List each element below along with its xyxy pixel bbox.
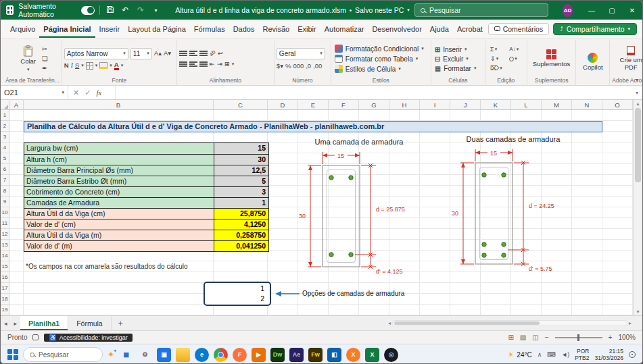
- cell-J19[interactable]: [450, 305, 481, 315]
- chevron-down-icon[interactable]: ▾: [407, 7, 410, 13]
- increase-decimal-icon[interactable]: ,0: [306, 62, 311, 70]
- cell-A11[interactable]: [9, 218, 24, 229]
- bold-button[interactable]: N: [64, 61, 69, 70]
- sheet-title-banner[interactable]: Planilha de Cálculo da Altura Útil d e d…: [24, 121, 602, 132]
- percent-format-icon[interactable]: %: [285, 62, 291, 70]
- row-header-16[interactable]: 16: [1, 272, 9, 283]
- cell-L19[interactable]: [511, 305, 542, 315]
- cell-M18[interactable]: [542, 294, 572, 305]
- save-status[interactable]: Salvo neste PC: [355, 6, 404, 14]
- scroll-left-icon[interactable]: ◂: [388, 320, 391, 326]
- save-icon[interactable]: [105, 5, 116, 16]
- row-header-14[interactable]: 14: [1, 251, 9, 261]
- cell-A18[interactable]: [9, 294, 24, 305]
- cell-O11[interactable]: [602, 218, 633, 229]
- result-label[interactable]: Altura Útil d da Viga (m): [24, 230, 214, 240]
- scrollbar-thumb[interactable]: [635, 108, 641, 182]
- cell-A13[interactable]: [9, 240, 24, 251]
- number-format-combo[interactable]: Geral▾: [277, 48, 325, 59]
- table-row[interactable]: Valor de d' (m)0,041250: [24, 240, 268, 251]
- column-header-E[interactable]: E: [298, 100, 329, 109]
- table-row[interactable]: Altura Útil d da Viga (m)0,258750: [24, 230, 268, 240]
- row-header-12[interactable]: 12: [1, 229, 9, 240]
- row-header-4[interactable]: 4: [1, 142, 9, 153]
- after-effects-icon[interactable]: Ae: [289, 348, 304, 362]
- param-label[interactable]: Diâmetro Barra Estribo Øt (mm): [24, 176, 214, 186]
- format-as-table-button[interactable]: Formatar como Tabela▾: [333, 54, 429, 63]
- ribbon-tab-dados[interactable]: Dados: [229, 20, 259, 38]
- table-row[interactable]: Diâmetro Barra Principal Øs (mm)12,5: [24, 165, 268, 176]
- new-sheet-button[interactable]: +: [112, 319, 130, 328]
- cell-I17[interactable]: [420, 283, 450, 294]
- result-value[interactable]: 0,258750: [214, 230, 268, 240]
- format-painter-icon[interactable]: ✒: [42, 64, 48, 72]
- weather-widget[interactable]: ☀ 24°C: [507, 350, 531, 359]
- cell-L18[interactable]: [511, 294, 542, 305]
- cell-E19[interactable]: [298, 305, 329, 315]
- zoom-slider[interactable]: [555, 337, 602, 338]
- clock[interactable]: 21:15 31/03/2026: [594, 348, 623, 361]
- cell-K17[interactable]: [481, 283, 511, 294]
- row-header-11[interactable]: 11: [1, 218, 9, 229]
- cell-A19[interactable]: [9, 305, 24, 315]
- layer-options-box[interactable]: 1 2: [204, 282, 271, 306]
- insert-cells-button[interactable]: ⊞Inserir▾: [433, 45, 483, 54]
- param-value[interactable]: 3: [214, 187, 268, 197]
- delete-cells-button[interactable]: ⊟Excluir▾: [433, 55, 483, 63]
- cell-O5[interactable]: [602, 153, 633, 164]
- addins-button[interactable]: Suplementos: [529, 49, 573, 69]
- merge-center-icon[interactable]: ⊞: [224, 60, 230, 68]
- scrollbar-thumb[interactable]: [394, 321, 540, 325]
- cell-A5[interactable]: [9, 153, 24, 164]
- result-value[interactable]: 4,1250: [214, 219, 268, 230]
- select-all-corner[interactable]: [1, 100, 9, 109]
- chevron-down-icon[interactable]: ▾: [81, 63, 84, 68]
- page-layout-view-icon[interactable]: ▤: [520, 334, 526, 341]
- cell-C1[interactable]: [214, 110, 268, 121]
- cell-I19[interactable]: [420, 305, 450, 315]
- row-header-15[interactable]: 15: [1, 261, 9, 272]
- chrome-icon[interactable]: [214, 348, 228, 362]
- row-header-19[interactable]: 19: [1, 305, 9, 315]
- align-middle-icon[interactable]: [189, 51, 197, 56]
- ribbon-tab-desenvolvedor[interactable]: Desenvolvedor: [368, 20, 425, 38]
- increase-indent-icon[interactable]: ⇥: [217, 60, 222, 68]
- ribbon-tab-p-gina-inicial[interactable]: Página Inicial: [39, 20, 95, 38]
- cell-J1[interactable]: [450, 110, 481, 121]
- chevron-down-icon[interactable]: ▾: [121, 63, 124, 68]
- ribbon-tab-f-rmulas[interactable]: Fórmulas: [190, 20, 229, 38]
- start-button-icon[interactable]: [7, 349, 18, 360]
- ribbon-tab-revis-o[interactable]: Revisão: [258, 20, 293, 38]
- row-header-1[interactable]: 1: [1, 110, 9, 121]
- wrap-text-icon[interactable]: ↩: [218, 49, 223, 57]
- fireworks-icon[interactable]: Fw: [308, 348, 323, 362]
- cell-O12[interactable]: [602, 229, 633, 240]
- cell-B16[interactable]: [24, 272, 214, 283]
- cell-J17[interactable]: [450, 283, 481, 294]
- cell-B19[interactable]: [24, 305, 214, 315]
- cell-O8[interactable]: [602, 186, 633, 197]
- layer-option[interactable]: 1: [205, 284, 270, 294]
- zoom-level[interactable]: 100%: [618, 334, 636, 341]
- decrease-decimal-icon[interactable]: ,00: [313, 62, 322, 70]
- align-bottom-icon[interactable]: [199, 51, 208, 56]
- settings-gear-icon[interactable]: ⚙: [138, 348, 152, 362]
- cell-O17[interactable]: [602, 283, 633, 294]
- table-row[interactable]: Camadas de Armadura1: [24, 197, 268, 208]
- firefox-icon[interactable]: F: [233, 348, 247, 362]
- alignment-group-label[interactable]: Alinhamento: [179, 76, 272, 85]
- cell-K18[interactable]: [481, 294, 511, 305]
- media-player-icon[interactable]: ▶: [252, 348, 266, 362]
- cell-M1[interactable]: [542, 110, 572, 121]
- cell-I18[interactable]: [420, 294, 450, 305]
- row-header-17[interactable]: 17: [1, 283, 9, 294]
- format-cells-button[interactable]: ▦Formatar▾: [433, 64, 483, 73]
- cell-styles-button[interactable]: Estilos de Célula▾: [333, 64, 429, 74]
- scroll-down-icon[interactable]: ▼: [636, 309, 640, 314]
- row-header-9[interactable]: 9: [1, 197, 9, 207]
- table-row[interactable]: Altura Útil d da Viga (cm)25,8750: [24, 208, 268, 219]
- column-header-N[interactable]: N: [572, 100, 602, 109]
- column-header-J[interactable]: J: [450, 100, 481, 109]
- cell-A16[interactable]: [9, 272, 24, 283]
- sheet-tab-planilha1[interactable]: Planilha1: [20, 316, 68, 330]
